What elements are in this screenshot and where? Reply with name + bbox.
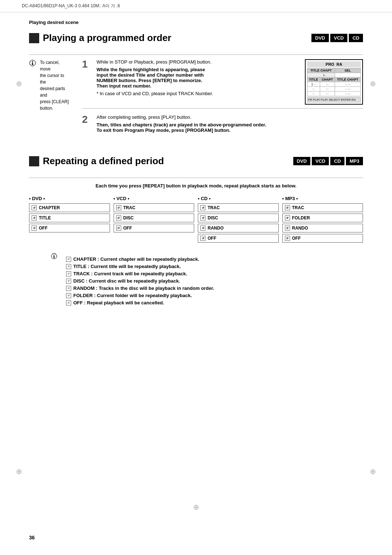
bullet-text-track: TRACK : Current track will be repeatedly… <box>73 271 187 276</box>
cd-off-icon: ↺ <box>200 236 205 241</box>
prog-table-title: PRO RA <box>307 61 361 67</box>
bullet-random: ↺ RANDOM : Tracks in the disc will be pl… <box>66 285 214 291</box>
cd-off-label: OFF <box>208 236 216 241</box>
section1-title-block: Playing a programmed order <box>29 32 311 44</box>
vcd-off-label: OFF <box>123 226 132 231</box>
bullet-text-random: RANDOM : Tracks in the disc will be play… <box>73 285 214 291</box>
bullet-text-chapter: CHAPTER : Current chapter will be repeat… <box>73 256 199 262</box>
mp3-btn-rando: ↺ RANDO <box>282 224 363 232</box>
section2-title-text: Repeating a defined period <box>43 155 164 167</box>
bullets-note-icon: 🛈 <box>51 253 57 260</box>
cd-btn-rando: ↺ RANDO <box>198 224 279 232</box>
mp3-folder-label: FOLDER <box>292 215 310 220</box>
cd-label: • CD • <box>198 196 279 201</box>
step1-intro: While in STOP or Playback, press [PROGRA… <box>97 59 292 65</box>
vcd-off-icon: ↺ <box>116 226 121 231</box>
section1-title-bar <box>29 33 39 43</box>
cd-btn-off: ↺ OFF <box>198 234 279 243</box>
step2-intro: After completing setting, press [PLAY] b… <box>97 114 363 120</box>
vcd-btn-trac: ↺ TRAC <box>114 203 195 212</box>
bullet-off: ↺ OFF : Repeat playback will be cancelle… <box>66 300 214 305</box>
cd-trac-icon: ↺ <box>200 205 205 210</box>
bullet-icon-off: ↺ <box>66 300 71 305</box>
dvd-off-icon: ↺ <box>32 226 37 231</box>
col-mp3: • MP3 • ↺ TRAC ↺ FOLDER ↺ RANDO ↺ OFF <box>282 196 363 244</box>
dvd-off-label: OFF <box>39 226 48 231</box>
vcd-btn-disc: ↺ DISC <box>114 214 195 222</box>
page-number: 36 <box>29 535 35 540</box>
note-icon: 🛈 <box>29 59 38 68</box>
repeat-intro: Each time you press [REPEAT] button in p… <box>29 183 363 189</box>
vcd-trac-icon: ↺ <box>116 205 121 210</box>
section-subtitle: Playing desired scene <box>29 20 363 25</box>
badge-mp3-s2: MP3 <box>346 157 363 165</box>
bullet-track: ↺ TRACK : Current track will be repeated… <box>66 271 214 276</box>
section2-title-block: Repeating a defined period <box>29 155 293 167</box>
page-header: DC-A84D1/86D1P-NA_UK-3 0.484 10M:: A이 가 … <box>0 0 392 12</box>
dvd-title-icon: ↺ <box>32 215 37 220</box>
vcd-btn-off: ↺ OFF <box>114 224 195 232</box>
col-vcd: • VCD • ↺ TRAC ↺ DISC ↺ OFF <box>114 196 195 244</box>
badge-dvd-s1: DVD <box>311 34 328 42</box>
vcd-trac-label: TRAC <box>123 205 135 210</box>
vcd-disc-icon: ↺ <box>116 215 121 220</box>
step1-note: * In case of VCD and CD, please input TR… <box>97 91 292 96</box>
prog-table-data: TITLE CHAPT SEL 1- TITLE CHAPT TITL <box>307 68 361 96</box>
bullet-list: ↺ CHAPTER : Current chapter will be repe… <box>66 256 214 307</box>
badge-cd-s2: CD <box>330 157 344 165</box>
format-badges-section2: DVD VCD CD MP3 <box>293 157 363 165</box>
badge-vcd-s1: VCD <box>330 34 347 42</box>
mp3-off-icon: ↺ <box>285 236 290 241</box>
format-badges-section1: DVD VCD CD <box>311 34 363 42</box>
step1-content: While in STOP or Playback, press [PROGRA… <box>97 59 292 98</box>
program-table: PRO RA TITLE CHAPT SEL 1- <box>305 59 363 105</box>
cd-trac-label: TRAC <box>208 205 220 210</box>
bullet-title: ↺ TITLE : Current title will be repeated… <box>66 264 214 269</box>
dvd-title-label: TITLE <box>39 215 51 220</box>
reg-mark-right-top: ⊕ <box>370 80 376 87</box>
bullet-icon-title: ↺ <box>66 264 71 269</box>
header-text: DC-A84D1/86D1P-NA_UK-3 0.484 10M:: A이 가 … <box>22 3 120 8</box>
step2-content: After completing setting, press [PLAY] b… <box>97 114 363 135</box>
bullet-icon-chapter: ↺ <box>66 257 71 262</box>
step2: 2 After completing setting, press [PLAY]… <box>82 114 363 139</box>
mp3-btn-trac: ↺ TRAC <box>282 203 363 212</box>
bullet-text-off: OFF : Repeat playback will be cancelled. <box>73 300 164 305</box>
bullets-section: 🛈 ↺ CHAPTER : Current chapter will be re… <box>51 253 363 307</box>
cd-btn-disc: ↺ DISC <box>198 214 279 222</box>
cd-btn-trac: ↺ TRAC <box>198 203 279 212</box>
bullet-folder: ↺ FOLDER : Current folder will be repeat… <box>66 293 214 298</box>
bullet-chapter: ↺ CHAPTER : Current chapter will be repe… <box>66 256 214 262</box>
cd-disc-label: DISC <box>208 215 218 220</box>
mp3-off-label: OFF <box>292 236 301 241</box>
dvd-chapter-label: CHAPTER <box>39 205 60 210</box>
reg-mark-left-top: ⊕ <box>16 80 22 87</box>
cd-rando-icon: ↺ <box>200 226 205 231</box>
repeat-columns: • DVD • ↺ CHAPTER ↺ TITLE ↺ OFF • VCD • <box>29 196 363 244</box>
bullet-icon-track: ↺ <box>66 271 71 276</box>
reg-mark-right-bottom: ⊕ <box>370 468 376 475</box>
col-cd: • CD • ↺ TRAC ↺ DISC ↺ RANDO ↺ OFF <box>198 196 279 244</box>
step1: 1 While in STOP or Playback, press [PROG… <box>82 59 363 109</box>
note-text: To cancel, movethe cursor to thedesired … <box>40 59 69 112</box>
mp3-rando-icon: ↺ <box>285 226 290 231</box>
mp3-btn-folder: ↺ FOLDER <box>282 214 363 222</box>
side-note: 🛈 To cancel, movethe cursor to thedesire… <box>29 59 69 139</box>
step1-number: 1 <box>82 59 91 69</box>
bullet-text-disc: DISC : Current disc will be repeatedly p… <box>73 278 180 284</box>
bullet-icon-folder: ↺ <box>66 293 71 298</box>
vcd-label: • VCD • <box>114 196 195 201</box>
dvd-label: • DVD • <box>29 196 110 201</box>
mp3-rando-label: RANDO <box>292 226 308 231</box>
bullet-text-title: TITLE : Current title will be repeatedly… <box>73 264 181 269</box>
step2-number: 2 <box>82 114 91 125</box>
cd-rando-label: RANDO <box>208 226 224 231</box>
section1-title-text: Playing a programmed order <box>43 32 171 44</box>
bullet-icon-disc: ↺ <box>66 279 71 284</box>
dvd-btn-off: ↺ OFF <box>29 224 110 232</box>
badge-cd-s1: CD <box>349 34 363 42</box>
cd-disc-icon: ↺ <box>200 215 205 220</box>
prog-table-buttons: FR PLAY PLAY SELECT ENTER EN <box>307 97 361 102</box>
vcd-disc-label: DISC <box>123 215 134 220</box>
col-dvd: • DVD • ↺ CHAPTER ↺ TITLE ↺ OFF <box>29 196 110 244</box>
